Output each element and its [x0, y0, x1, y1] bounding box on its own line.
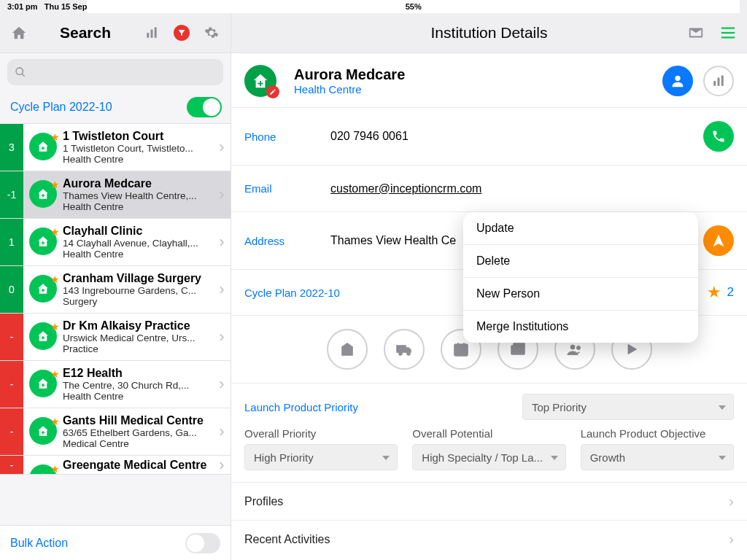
chevron-right-icon: › [213, 219, 231, 265]
status-bar: 3:01 pm Thu 15 Sep 55% [0, 0, 747, 13]
popover-item[interactable]: Merge Institutions [463, 311, 698, 343]
institution-list-item[interactable]: -★E12 HealthThe Centre, 30 Church Rd,...… [0, 361, 231, 408]
edit-badge-icon[interactable] [266, 85, 279, 98]
list-item-address: 63/65 Ethelbert Gardens, Ga... [63, 427, 213, 438]
institution-list-item[interactable]: 0★Cranham Village Surgery143 Ingrebourne… [0, 266, 231, 314]
institution-avatar-small: ★ [29, 228, 57, 255]
search-input[interactable] [31, 66, 216, 79]
navigate-button[interactable] [703, 225, 734, 256]
institution-list-item[interactable]: -1★Aurora MedcareThames View Health Cent… [0, 171, 231, 219]
svg-rect-13 [342, 347, 352, 355]
phone-value[interactable]: 020 7946 0061 [330, 130, 409, 143]
call-button[interactable] [703, 121, 734, 152]
list-item-name: Cranham Village Surgery [63, 272, 213, 285]
profiles-label: Profiles [244, 495, 283, 508]
institution-name: Aurora Medcare [294, 66, 405, 83]
bulk-action-toggle[interactable] [185, 533, 220, 553]
popover-item[interactable]: Update [463, 212, 698, 245]
institution-list-item[interactable]: -★Gants Hill Medical Centre63/65 Ethelbe… [0, 408, 231, 456]
chevron-right-icon: › [213, 361, 231, 408]
address-value[interactable]: Thames View Health Ce [330, 234, 456, 247]
dropdown-select[interactable]: Growth [581, 444, 734, 470]
context-popover: UpdateDeleteNew PersonMerge Institutions [463, 212, 698, 343]
chevron-right-icon: › [729, 531, 734, 548]
institution-list-item[interactable]: -★Greengate Medical Centre› [0, 456, 231, 475]
chevron-right-icon: › [729, 493, 734, 510]
list-item-type: Health Centre [63, 154, 213, 165]
institution-type[interactable]: Health Centre [294, 83, 405, 96]
dropdown-label: Overall Potential [412, 427, 565, 440]
cycleplan-filter-row: Cycle Plan 2022-10 [0, 91, 231, 124]
status-date: Thu 15 Sep [44, 2, 88, 11]
star-icon[interactable]: ★ [707, 283, 721, 302]
visit-count: - [0, 361, 23, 408]
chevron-right-icon: › [213, 124, 231, 171]
visit-count: 0 [0, 266, 23, 313]
recent-activities-label: Recent Activities [244, 533, 330, 546]
person-icon[interactable] [662, 66, 693, 96]
filter-icon[interactable] [174, 25, 190, 41]
cycleplan-section-label[interactable]: Cycle Plan 2022-10 [244, 287, 340, 299]
svg-rect-11 [718, 78, 720, 86]
star-icon: ★ [50, 368, 60, 380]
svg-rect-14 [397, 346, 406, 352]
visit-count: 1 [0, 219, 23, 265]
launch-priority-select[interactable]: Top Priority [522, 394, 734, 420]
visit-count: 3 [0, 124, 23, 171]
list-item-address: Urswick Medical Centre, Urs... [63, 332, 213, 343]
list-item-address: 1 Twistleton Court, Twistleto... [63, 143, 213, 154]
stats-icon-round[interactable] [703, 66, 734, 96]
institution-list-item[interactable]: -★Dr Km Alkaisy PracticeUrswick Medical … [0, 314, 231, 361]
svg-rect-5 [155, 28, 157, 38]
star-icon: ★ [50, 226, 60, 238]
svg-point-24 [570, 345, 575, 349]
institution-avatar-small: ★ [29, 417, 57, 445]
gear-icon[interactable] [203, 24, 220, 42]
institution-list-item[interactable]: 3★1 Twistleton Court1 Twistleton Court, … [0, 124, 231, 171]
dropdown-value: High Priority [254, 451, 314, 464]
institution-list: 3★1 Twistleton Court1 Twistleton Court, … [0, 124, 231, 525]
left-title: Search [60, 24, 111, 42]
home-icon[interactable] [10, 24, 28, 42]
left-header: Search [0, 13, 231, 53]
building-icon[interactable] [327, 329, 368, 370]
svg-point-16 [407, 352, 410, 355]
star-icon: ★ [50, 321, 60, 332]
list-item-address: The Centre, 30 Church Rd,... [63, 380, 213, 391]
svg-rect-22 [514, 343, 525, 346]
left-footer: Bulk Action [0, 525, 231, 560]
hamburger-icon[interactable] [719, 24, 737, 42]
profiles-section[interactable]: Profiles › [231, 482, 747, 520]
svg-point-25 [576, 346, 580, 350]
chevron-right-icon: › [213, 266, 231, 313]
list-item-name: E12 Health [63, 367, 213, 380]
list-item-type: Medical Centre [63, 438, 213, 449]
recent-activities-section[interactable]: Recent Activities › [231, 520, 747, 558]
cycleplan-label[interactable]: Cycle Plan 2022-10 [10, 101, 112, 114]
popover-item[interactable]: New Person [463, 278, 698, 311]
stats-icon[interactable] [143, 24, 160, 42]
email-value[interactable]: customer@inceptioncrm.com [330, 182, 481, 195]
popover-item[interactable]: Delete [463, 245, 698, 278]
institution-avatar[interactable] [244, 65, 276, 97]
star-icon: ★ [50, 273, 60, 285]
svg-rect-4 [150, 30, 152, 38]
visit-count: - [0, 456, 23, 474]
institution-list-item[interactable]: 1★Clayhall Clinic14 Clayhall Avenue, Cla… [0, 219, 231, 266]
search-input-wrap[interactable] [7, 59, 223, 85]
mail-icon[interactable] [687, 24, 705, 42]
svg-rect-3 [147, 33, 149, 38]
star-icon: ★ [50, 131, 60, 143]
institution-hero: Aurora Medcare Health Centre [231, 53, 747, 107]
phone-label: Phone [244, 131, 330, 143]
svg-rect-17 [454, 344, 468, 356]
page-title: Institution Details [431, 24, 548, 42]
dropdown-select[interactable]: High Specialty / Top La... [412, 444, 565, 470]
list-item-name: 1 Twistleton Court [63, 130, 213, 143]
cycleplan-toggle[interactable] [187, 97, 222, 117]
dropdown-select[interactable]: High Priority [244, 444, 398, 470]
chevron-right-icon: › [213, 456, 231, 474]
bulk-action-label[interactable]: Bulk Action [10, 537, 68, 550]
truck-icon[interactable] [384, 329, 425, 370]
list-item-address: Thames View Health Centre,... [63, 190, 213, 201]
